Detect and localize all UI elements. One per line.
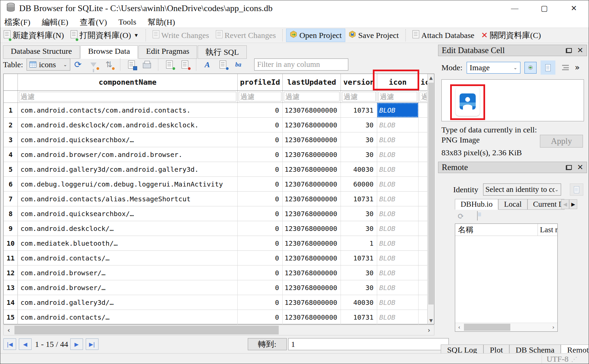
- componentname-cell[interactable]: com.android.gallery3d/…: [18, 295, 238, 310]
- scrollbar-thumb[interactable]: [14, 326, 279, 334]
- mode-select[interactable]: Image ⌄: [467, 62, 520, 74]
- profileid-cell[interactable]: 0: [238, 118, 283, 132]
- row-number-cell[interactable]: 15: [4, 310, 18, 324]
- version-cell[interactable]: 30: [341, 206, 377, 221]
- partial-cell[interactable]: [419, 192, 428, 206]
- version-cell[interactable]: 60000: [341, 177, 377, 191]
- profileid-cell[interactable]: 0: [238, 266, 283, 280]
- scroll-up-icon[interactable]: ▲: [428, 74, 434, 81]
- row-number-cell[interactable]: 4: [4, 147, 18, 162]
- scrollbar-thumb[interactable]: [464, 324, 510, 331]
- menu-item[interactable]: 幫助(H): [148, 17, 175, 28]
- componentname-cell[interactable]: com.android.contacts/alias.MessageShortc…: [18, 192, 238, 206]
- row-number-cell[interactable]: 2: [4, 118, 18, 132]
- clear-sort-button[interactable]: ⇅: [104, 60, 114, 69]
- remote-refresh-icon[interactable]: ⟳: [458, 211, 464, 221]
- lastupdated-cell[interactable]: 1230768000000: [283, 118, 341, 132]
- profileid-cell[interactable]: 0: [238, 162, 283, 176]
- icon-blob-cell[interactable]: BLOB: [377, 147, 419, 162]
- undock-icon[interactable]: [566, 165, 572, 170]
- tab-database-structure[interactable]: Database Structure: [3, 45, 80, 59]
- last-page-button[interactable]: ▶|: [86, 338, 99, 350]
- lastupdated-cell[interactable]: 1230768000000: [283, 132, 341, 147]
- version-cell[interactable]: 30: [341, 147, 377, 162]
- version-cell[interactable]: 40030: [341, 295, 377, 310]
- condensed-mode-button[interactable]: ba: [234, 60, 243, 69]
- icon-blob-cell[interactable]: BLOB: [377, 221, 419, 236]
- tab-execute-sql[interactable]: 執行 SQL: [198, 45, 246, 59]
- filter-input[interactable]: 過濾: [341, 91, 377, 103]
- undock-icon[interactable]: [566, 48, 572, 53]
- identity-select[interactable]: Select an identity to conne ⌄: [483, 184, 561, 196]
- componentname-cell[interactable]: com.android.browser/…: [18, 280, 238, 295]
- find-in-cells-button[interactable]: [218, 60, 228, 69]
- lastupdated-cell[interactable]: 1230768000000: [283, 295, 341, 310]
- icon-blob-cell[interactable]: BLOB: [377, 310, 419, 324]
- first-page-button[interactable]: |◀: [3, 338, 16, 350]
- close-dock-icon[interactable]: ✕: [577, 47, 583, 54]
- import-certificate-button[interactable]: [570, 184, 583, 196]
- grid-horizontal-scrollbar[interactable]: ‹ ›: [3, 325, 434, 335]
- profileid-cell[interactable]: 0: [238, 295, 283, 310]
- goto-button[interactable]: 轉到:: [248, 338, 287, 350]
- icon-blob-cell[interactable]: BLOB: [377, 295, 419, 310]
- menu-item[interactable]: Tools: [118, 17, 136, 27]
- lastupdated-cell[interactable]: 1230768000000: [283, 192, 341, 206]
- filter-input[interactable]: 過濾: [419, 91, 428, 103]
- row-number-cell[interactable]: 8: [4, 206, 18, 221]
- version-cell[interactable]: 30: [341, 132, 377, 147]
- edit-display-format-button[interactable]: A: [203, 60, 212, 69]
- partial-cell[interactable]: [419, 147, 428, 162]
- open-database-button[interactable]: 打開資料庫(O)▼: [67, 28, 142, 42]
- scroll-right-icon[interactable]: ›: [549, 323, 557, 331]
- partial-cell[interactable]: [419, 206, 428, 221]
- profileid-cell[interactable]: 0: [238, 192, 283, 206]
- icon-blob-cell[interactable]: BLOB: [377, 280, 419, 295]
- open-database-dropdown-icon[interactable]: ▼: [134, 33, 139, 38]
- profileid-cell[interactable]: 0: [238, 103, 283, 117]
- partial-cell[interactable]: [419, 103, 428, 117]
- resize-grip-icon[interactable]: ⋰: [571, 356, 577, 363]
- profileid-cell[interactable]: 0: [238, 251, 283, 265]
- version-cell[interactable]: 10731: [341, 192, 377, 206]
- row-number-cell[interactable]: 10: [4, 236, 18, 250]
- componentname-cell[interactable]: com.android.deskclock/…: [18, 221, 238, 236]
- profileid-cell[interactable]: 0: [238, 236, 283, 250]
- lastupdated-cell[interactable]: 1230768000000: [283, 177, 341, 191]
- row-number-cell[interactable]: 1: [4, 103, 18, 117]
- write-changes-button[interactable]: Write Changes: [149, 29, 212, 42]
- more-tools-icon[interactable]: »: [575, 63, 580, 72]
- scroll-down-icon[interactable]: ▼: [428, 317, 434, 324]
- column-header[interactable]: componentName: [18, 74, 238, 90]
- partial-cell[interactable]: [419, 236, 428, 250]
- text-view-button[interactable]: [541, 60, 555, 75]
- row-number-cell[interactable]: 7: [4, 192, 18, 206]
- open-project-button[interactable]: Open Project: [286, 29, 345, 42]
- row-number-cell[interactable]: 6: [4, 177, 18, 191]
- componentname-cell[interactable]: com.android.contacts/…: [18, 310, 238, 324]
- remote-horizontal-scrollbar[interactable]: ‹ ›: [455, 323, 557, 331]
- column-header[interactable]: profileId: [238, 74, 283, 90]
- icon-blob-cell[interactable]: BLOB: [377, 162, 419, 176]
- partial-cell[interactable]: [419, 177, 428, 191]
- partial-cell[interactable]: [419, 132, 428, 147]
- filter-input[interactable]: 過濾: [238, 91, 283, 103]
- lastupdated-cell[interactable]: 1230768000000: [283, 162, 341, 176]
- menu-item[interactable]: 檔案(F): [4, 17, 30, 28]
- lastupdated-cell[interactable]: 1230768000000: [283, 103, 341, 117]
- clear-filters-button[interactable]: [89, 60, 98, 69]
- delete-record-button[interactable]: [180, 60, 190, 69]
- filter-any-column-input[interactable]: Filter in any column: [254, 58, 348, 71]
- partial-cell[interactable]: [419, 221, 428, 236]
- icon-blob-cell[interactable]: BLOB: [377, 266, 419, 280]
- icon-blob-cell[interactable]: BLOB: [377, 251, 419, 265]
- table-select[interactable]: icons ⌄: [27, 58, 70, 71]
- componentname-cell[interactable]: com.mediatek.bluetooth/…: [18, 236, 238, 250]
- version-cell[interactable]: 30: [341, 266, 377, 280]
- minimize-button[interactable]: —: [500, 0, 529, 16]
- goto-record-input[interactable]: 1: [288, 338, 449, 350]
- version-cell[interactable]: 30: [341, 118, 377, 132]
- partial-cell[interactable]: [419, 118, 428, 132]
- next-page-button[interactable]: ▶: [70, 338, 83, 350]
- profileid-cell[interactable]: 0: [238, 206, 283, 221]
